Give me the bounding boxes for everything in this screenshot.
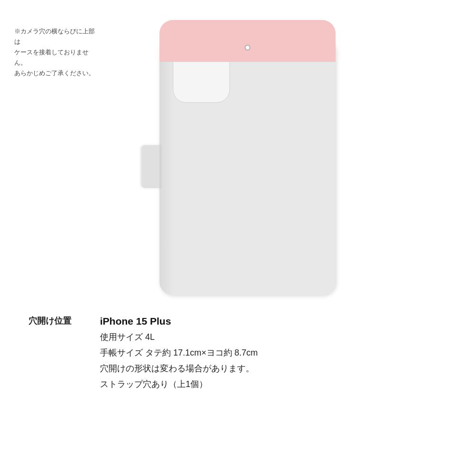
note-line1: ※カメラ穴の横ならびに上部は [14,26,95,47]
info-details: iPhone 15 Plus 使用サイズ 4L 手帳サイズ タテ約 17.1cm… [100,314,258,391]
hole-shape-note: 穴開けの形状は変わる場合があります。 [100,362,258,375]
clasp-tab [141,145,161,188]
info-section: 穴開け位置 iPhone 15 Plus 使用サイズ 4L 手帳サイズ タテ約 … [0,305,476,405]
fold-flap [159,20,336,49]
note-text: ※カメラ穴の横ならびに上部は ケースを接着しておりません。 あらかじめご了承くだ… [14,26,95,79]
case-body [159,38,336,295]
hole-position-label: 穴開け位置 [29,314,86,327]
case-illustration: ※カメラ穴の横ならびに上部は ケースを接着しておりません。 あらかじめご了承くだ… [0,0,476,305]
notebook-size: 手帳サイズ タテ約 17.1cm×ヨコ約 8.7cm [100,347,258,359]
device-name: iPhone 15 Plus [100,314,258,328]
size-label: 使用サイズ 4L [100,331,258,344]
note-line3: あらかじめご了承ください。 [14,68,95,79]
page-container: ※カメラ穴の横ならびに上部は ケースを接着しておりません。 あらかじめご了承くだ… [0,0,476,476]
note-line2: ケースを接着しておりません。 [14,47,95,68]
strap-info: ストラップ穴あり（上1個） [100,378,258,391]
strap-hole [245,45,250,50]
